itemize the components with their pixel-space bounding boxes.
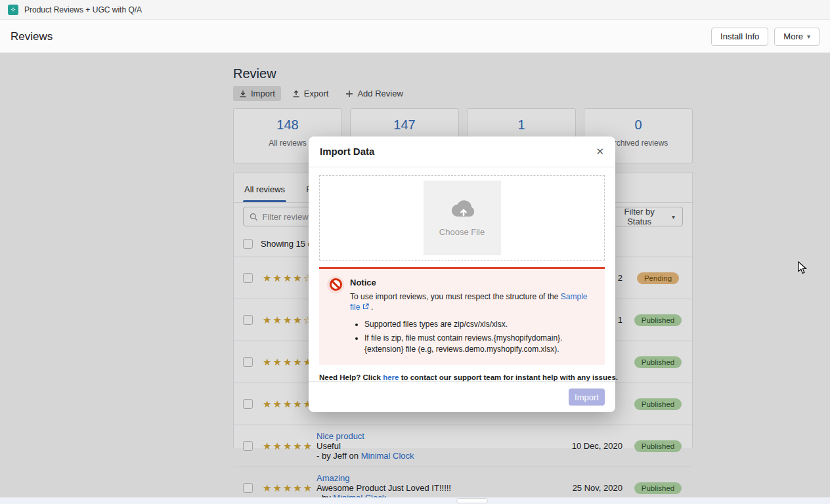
help-line: Need Help? Click here to contact our sup… xyxy=(319,373,605,381)
screen: ✧ Product Reviews + UGC with Q/A Reviews… xyxy=(0,0,830,504)
mouse-cursor xyxy=(798,261,810,274)
external-link-icon xyxy=(362,303,369,310)
help-here-link[interactable]: here xyxy=(383,373,399,381)
notice-panel: Notice To use import reviews, you must r… xyxy=(319,267,605,366)
horizontal-scrollbar[interactable] xyxy=(0,497,830,504)
modal-header: Import Data ✕ xyxy=(309,136,615,167)
notice-intro: To use import reviews, you must respect … xyxy=(350,291,598,314)
close-icon[interactable]: ✕ xyxy=(596,146,604,156)
install-info-button[interactable]: Install Info xyxy=(711,28,768,46)
notice-bullets: Supported files types are zip/csv/xls/xl… xyxy=(354,319,598,355)
modal-import-button[interactable]: Import xyxy=(569,388,605,406)
page-header-title: Reviews xyxy=(11,30,53,43)
scrollbar-thumb[interactable] xyxy=(456,498,488,503)
choose-file-button[interactable]: Choose File xyxy=(424,180,501,255)
file-dropzone[interactable]: Choose File xyxy=(319,175,605,261)
modal-footer: Import xyxy=(309,381,615,412)
modal-body: Choose File Notice To use import reviews… xyxy=(309,167,615,382)
page-header: Reviews Install Info More▾ xyxy=(0,20,830,53)
notice-bullet: If file is zip, file must contain review… xyxy=(364,333,598,356)
choose-file-label: Choose File xyxy=(439,227,485,237)
app-title: Product Reviews + UGC with Q/A xyxy=(24,5,142,14)
header-actions: Install Info More▾ xyxy=(711,28,819,46)
import-data-modal: Import Data ✕ Choose File Notice To use … xyxy=(309,136,615,412)
more-button[interactable]: More▾ xyxy=(774,28,819,46)
modal-title: Import Data xyxy=(320,146,374,157)
notice-heading: Notice xyxy=(350,276,598,287)
app-icon: ✧ xyxy=(8,5,18,15)
cloud-upload-icon xyxy=(447,198,477,220)
notice-content: Notice To use import reviews, you must r… xyxy=(350,276,598,358)
prohibition-icon xyxy=(327,276,344,293)
notice-bullet: Supported files types are zip/csv/xls/xl… xyxy=(364,319,598,330)
app-bar: ✧ Product Reviews + UGC with Q/A xyxy=(0,0,830,20)
chevron-down-icon: ▾ xyxy=(807,33,810,40)
